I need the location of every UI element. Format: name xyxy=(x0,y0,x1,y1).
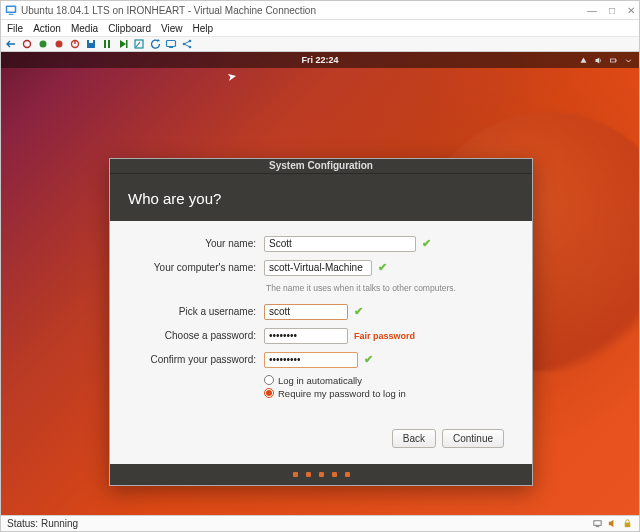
clock[interactable]: Fri 22:24 xyxy=(301,55,338,65)
page-dot xyxy=(345,472,350,477)
computer-name-input[interactable] xyxy=(264,260,372,276)
page-dot xyxy=(332,472,337,477)
computer-name-hint: The name it uses when it talks to other … xyxy=(266,283,456,293)
svg-rect-9 xyxy=(89,40,93,43)
radio-auto-login[interactable] xyxy=(264,375,274,385)
toolbar xyxy=(1,36,639,52)
svg-rect-22 xyxy=(616,59,617,61)
svg-rect-10 xyxy=(104,40,106,48)
lock-status-icon xyxy=(622,518,633,529)
password-strength: Fair password xyxy=(354,331,415,341)
svg-rect-2 xyxy=(9,14,14,15)
svg-rect-1 xyxy=(7,7,15,12)
menu-view[interactable]: View xyxy=(161,23,183,34)
svg-rect-17 xyxy=(169,47,173,48)
label-computer-name: Your computer's name: xyxy=(128,262,256,273)
label-confirm-password: Confirm your password: xyxy=(128,354,256,365)
save-icon[interactable] xyxy=(85,38,97,50)
statusbar-icons xyxy=(592,518,633,529)
menu-file[interactable]: File xyxy=(7,23,23,34)
window-titlebar: Ubuntu 18.04.1 LTS on IRONHEART - Virtua… xyxy=(1,1,639,20)
svg-rect-25 xyxy=(625,523,631,528)
share-icon[interactable] xyxy=(181,38,193,50)
statusbar: Status: Running xyxy=(1,515,639,531)
pause-icon[interactable] xyxy=(101,38,113,50)
check-icon: ✔ xyxy=(422,237,431,250)
check-icon: ✔ xyxy=(354,305,363,318)
confirm-password-input[interactable] xyxy=(264,352,358,368)
check-icon: ✔ xyxy=(364,353,373,366)
installer-titlebar: System Configuration xyxy=(110,159,532,174)
vm-display[interactable]: Fri 22:24 ➤ System Configuration Who are… xyxy=(1,52,639,515)
enhanced-session-icon[interactable] xyxy=(165,38,177,50)
svg-rect-13 xyxy=(126,40,128,48)
start-icon[interactable] xyxy=(37,38,49,50)
installer-header: Who are you? xyxy=(110,174,532,221)
radio-require-password[interactable] xyxy=(264,388,274,398)
reset-icon[interactable] xyxy=(117,38,129,50)
minimize-button[interactable]: — xyxy=(587,5,597,16)
menu-help[interactable]: Help xyxy=(192,23,213,34)
mouse-cursor-icon: ➤ xyxy=(226,69,237,83)
label-password: Choose a password: xyxy=(128,330,256,341)
svg-rect-23 xyxy=(594,521,601,526)
menubar: File Action Media Clipboard View Help xyxy=(1,20,639,36)
svg-point-5 xyxy=(56,41,63,48)
menu-media[interactable]: Media xyxy=(71,23,98,34)
page-dot xyxy=(306,472,311,477)
svg-marker-12 xyxy=(120,40,126,48)
your-name-input[interactable] xyxy=(264,236,416,252)
ctrlaltdel-icon[interactable] xyxy=(21,38,33,50)
installer-window: System Configuration Who are you? Your n… xyxy=(109,158,533,486)
menu-clipboard[interactable]: Clipboard xyxy=(108,23,151,34)
svg-point-4 xyxy=(40,41,47,48)
shutdown-icon[interactable] xyxy=(69,38,81,50)
menu-action[interactable]: Action xyxy=(33,23,61,34)
system-tray[interactable] xyxy=(579,56,633,65)
page-indicator xyxy=(110,464,532,485)
installer-buttons: Back Continue xyxy=(128,423,514,456)
check-icon: ✔ xyxy=(378,261,387,274)
login-options: Log in automatically Require my password… xyxy=(264,375,514,399)
revert-icon[interactable] xyxy=(149,38,161,50)
label-your-name: Your name: xyxy=(128,238,256,249)
radio-auto-login-label: Log in automatically xyxy=(278,375,362,386)
speaker-status-icon xyxy=(607,518,618,529)
page-dot xyxy=(293,472,298,477)
continue-button[interactable]: Continue xyxy=(442,429,504,448)
window-controls: — □ ✕ xyxy=(587,5,635,16)
svg-rect-24 xyxy=(596,526,600,527)
network-icon[interactable] xyxy=(579,56,588,65)
power-icon[interactable] xyxy=(609,56,618,65)
turnoff-icon[interactable] xyxy=(53,38,65,50)
page-heading: Who are you? xyxy=(128,190,514,207)
close-button[interactable]: ✕ xyxy=(627,5,635,16)
back-button[interactable]: Back xyxy=(392,429,436,448)
network-status-icon xyxy=(592,518,603,529)
maximize-button[interactable]: □ xyxy=(609,5,615,16)
password-input[interactable] xyxy=(264,328,348,344)
username-input[interactable] xyxy=(264,304,348,320)
nav-back-icon[interactable] xyxy=(5,38,17,50)
label-username: Pick a username: xyxy=(128,306,256,317)
window-title: Ubuntu 18.04.1 LTS on IRONHEART - Virtua… xyxy=(21,5,587,16)
checkpoint-icon[interactable] xyxy=(133,38,145,50)
radio-require-password-label: Require my password to log in xyxy=(278,388,406,399)
svg-rect-16 xyxy=(167,41,176,47)
svg-rect-11 xyxy=(108,40,110,48)
installer-form: Your name: ✔ Your computer's name: ✔ The… xyxy=(110,221,532,464)
svg-rect-21 xyxy=(611,59,616,62)
status-text: Status: Running xyxy=(7,518,78,529)
svg-point-3 xyxy=(24,41,31,48)
gnome-topbar: Fri 22:24 xyxy=(1,52,639,68)
vm-window: Ubuntu 18.04.1 LTS on IRONHEART - Virtua… xyxy=(0,0,640,532)
volume-icon[interactable] xyxy=(594,56,603,65)
hyperv-icon xyxy=(5,4,17,16)
page-dot xyxy=(319,472,324,477)
dropdown-icon[interactable] xyxy=(624,56,633,65)
